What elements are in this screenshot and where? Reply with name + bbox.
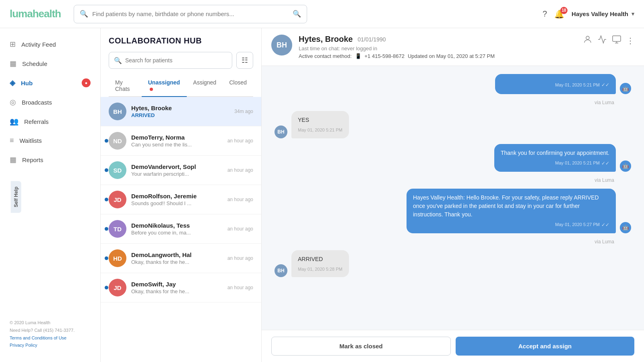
footer-privacy-link[interactable]: Privacy Policy [10, 343, 37, 348]
message-bubble-1: May 01, 2020 5:21 PM ✓✓ [495, 74, 616, 94]
help-button[interactable]: ? [543, 9, 547, 19]
tab-closed[interactable]: Closed [223, 75, 253, 97]
message-text-2: YES [298, 116, 343, 124]
footer-copyright: © 2020 Luma Health [10, 319, 91, 327]
svg-rect-1 [613, 36, 621, 41]
message-time-1: May 01, 2020 5:21 PM ✓✓ [502, 81, 609, 88]
chat-header-actions: ⋮ [583, 35, 634, 46]
avatar-demorolfson: JD [109, 191, 126, 208]
message-time-5: May 01, 2020 5:28 PM [298, 266, 343, 273]
message-time-text-1: May 01, 2020 5:21 PM [555, 82, 600, 88]
chat-list: BH Hytes, Brooke ARRIVED 34m ago ND Demo… [101, 97, 261, 362]
chat-item-hytes-brooke[interactable]: BH Hytes, Brooke ARRIVED 34m ago [101, 97, 261, 126]
chat-item-demoterry-norma[interactable]: ND DemoTerry, Norma Can you send me the … [101, 126, 261, 156]
chat-time-demovandervort: an hour ago [227, 167, 253, 173]
patient-name-text: Hytes, Brooke [299, 35, 353, 44]
chat-preview-demolangworth: Okay, thanks for the he... [131, 259, 223, 265]
patient-dob: 01/01/1990 [358, 36, 386, 43]
referrals-icon: 👥 [10, 117, 19, 126]
tab-my-chats-label: My Chats [115, 79, 130, 92]
luma-bot-icon-4: 🤖 [620, 222, 631, 233]
chat-item-demorolfson[interactable]: JD DemoRolfson, Jeremie Sounds good!! Sh… [101, 185, 261, 214]
global-search-input[interactable] [92, 10, 293, 17]
hub-tabs: My Chats Unassigned Assigned Closed [109, 75, 253, 97]
chat-name-demorolfson: DemoRolfson, Jeremie [131, 193, 223, 200]
chat-header: BH Hytes, Brooke 01/01/1990 Last time on… [262, 28, 644, 66]
sidebar-item-waitlists[interactable]: ≡ Waitlists [0, 131, 100, 150]
contact-label: Active contact method: [299, 53, 352, 59]
chat-preview-demorolfson: Sounds good!! Should I ... [131, 200, 223, 206]
waitlists-icon: ≡ [10, 136, 14, 145]
org-name: Hayes Valley Health [572, 10, 628, 17]
search-submit-button[interactable]: 🔍 [293, 10, 301, 18]
unread-indicator [105, 198, 108, 202]
chat-name-demonikolaus: DemoNikolaus, Tess [131, 222, 223, 229]
avatar-msg-5: BH [275, 264, 287, 277]
sidebar-item-reports[interactable]: ▦ Reports [0, 150, 100, 169]
footer-terms-link[interactable]: Terms and Conditions of Use [10, 335, 66, 340]
chat-time-demoterry-norma: an hour ago [227, 138, 253, 144]
chat-item-demonikolaus[interactable]: TD DemoNikolaus, Tess Before you come in… [101, 214, 261, 244]
patient-search-icon: 🔍 [114, 57, 122, 64]
sidebar-item-broadcasts[interactable]: ◎ Broadcasts [0, 93, 100, 112]
tab-unassigned[interactable]: Unassigned [142, 75, 187, 97]
unassigned-dot [150, 88, 153, 91]
sidebar-item-referrals[interactable]: 👥 Referrals [0, 112, 100, 131]
sidebar-item-hub[interactable]: ◈ Hub ● [0, 73, 100, 93]
mark-closed-button[interactable]: Mark as closed [271, 337, 451, 356]
luma-bot-icon-3: 🤖 [620, 160, 631, 172]
message-text-5: ARRIVED [298, 255, 343, 263]
patient-profile-button[interactable] [583, 35, 592, 46]
message-text-3: Thank you for confirming your appointmen… [501, 149, 609, 157]
chart-button[interactable] [597, 35, 607, 46]
chat-item-demoswift[interactable]: JD DemoSwift, Jay Okay, thanks for the h… [101, 273, 261, 302]
chat-preview-demovandervort: Your warfarin perscripti... [131, 171, 223, 177]
accept-assign-button[interactable]: Accept and assign [456, 337, 634, 356]
tab-assigned[interactable]: Assigned [187, 75, 223, 97]
chat-name-demoswift: DemoSwift, Jay [131, 281, 223, 288]
patient-search-input[interactable] [125, 57, 227, 64]
sidebar-label-broadcasts: Broadcasts [22, 99, 52, 106]
message-time-text-2: May 01, 2020 5:21 PM [298, 127, 343, 134]
chat-panel: BH Hytes, Brooke 01/01/1990 Last time on… [262, 28, 644, 362]
message-bubble-3: Thank you for confirming your appointmen… [494, 144, 616, 172]
monitor-button[interactable] [612, 35, 621, 46]
tab-my-chats[interactable]: My Chats [109, 75, 142, 97]
chat-item-demolangworth[interactable]: HD DemoLangworth, Hal Okay, thanks for t… [101, 244, 261, 273]
more-options-button[interactable]: ⋮ [626, 36, 634, 45]
sidebar-item-activity-feed[interactable]: ⊞ Activity Feed [0, 35, 100, 54]
patient-search-field[interactable]: 🔍 [109, 52, 232, 69]
chat-info-demorolfson: DemoRolfson, Jeremie Sounds good!! Shoul… [131, 193, 223, 206]
chat-name-demovandervort: DemoVandervort, Sopl [131, 163, 223, 170]
calendar-icon: ▦ [10, 59, 17, 68]
via-luma-4: via Luma [275, 239, 614, 245]
self-help-tab[interactable]: Self Help [11, 181, 21, 213]
sidebar-item-schedule[interactable]: ▦ Schedule [0, 54, 100, 73]
global-search-bar[interactable]: 🔍 🔍 [74, 5, 307, 23]
org-selector[interactable]: Hayes Valley Health ▾ [572, 10, 634, 17]
unread-indicator [105, 286, 108, 290]
message-bubble-5: ARRIVED May 01, 2020 5:28 PM [291, 250, 349, 278]
avatar-hytes-brooke: BH [109, 103, 126, 120]
contact-method: Active contact method: 📱 +1 415-598-8672… [299, 53, 576, 59]
chevron-down-icon: ▾ [632, 11, 634, 17]
notifications-button[interactable]: 🔔 18 [554, 9, 564, 19]
check-marks-4: ✓✓ [601, 221, 609, 228]
tab-closed-label: Closed [229, 79, 247, 86]
patient-name-header: Hytes, Brooke 01/01/1990 [299, 35, 576, 44]
hub-icon: ◈ [10, 78, 15, 87]
logo: lumahealth [10, 8, 61, 20]
chat-time-hytes-brooke: 34m ago [234, 109, 253, 114]
search-icon: 🔍 [80, 10, 88, 18]
chat-item-demovandervort[interactable]: SD DemoVandervort, Sopl Your warfarin pe… [101, 156, 261, 185]
message-bubble-2: YES May 01, 2020 5:21 PM [291, 111, 349, 138]
sidebar-label-schedule: Schedule [22, 60, 47, 67]
message-time-text-4: May 01, 2020 5:27 PM [555, 221, 600, 228]
hub-panel: COLLABORATION HUB 🔍 ☷ My Chats Unassigne… [101, 28, 262, 362]
footer-help: Need Help? Call (415) 741-3377. [10, 327, 91, 334]
chat-preview-demoterry-norma: Can you send me the lis... [131, 142, 223, 148]
unread-indicator [105, 257, 108, 260]
reports-icon: ▦ [10, 155, 17, 164]
filter-button[interactable]: ☷ [236, 52, 253, 69]
avatar-msg-2: BH [275, 125, 287, 138]
